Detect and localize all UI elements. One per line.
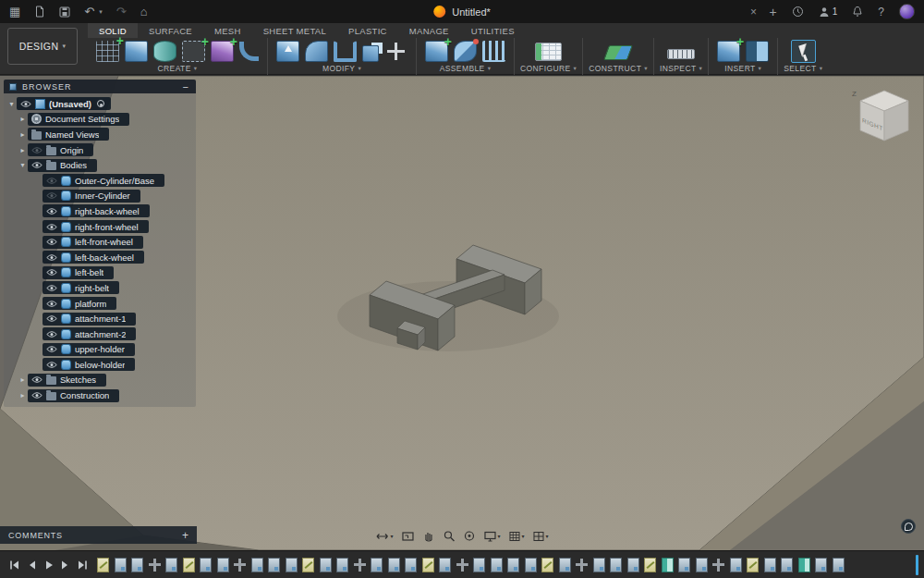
group-construct-label[interactable]: CONSTRUCT▾: [589, 64, 648, 73]
undo-icon[interactable]: ↶: [84, 6, 94, 18]
assistant-bubble-icon[interactable]: [901, 519, 916, 534]
browser-node[interactable]: below-holder: [43, 358, 135, 371]
user-avatar[interactable]: [899, 4, 915, 19]
browser-node[interactable]: Sketches: [28, 374, 106, 387]
timeline-feature-icon[interactable]: [422, 558, 434, 572]
timeline-feature-icon[interactable]: [456, 558, 468, 572]
timeline-step-back-button[interactable]: [27, 560, 37, 571]
browser-row[interactable]: left-front-wheel: [4, 234, 196, 250]
browser-node[interactable]: platform: [43, 297, 116, 310]
toolbar-icon[interactable]: [384, 41, 407, 62]
toolbar-icon[interactable]: [362, 45, 379, 62]
timeline-feature-icon[interactable]: [320, 558, 332, 572]
redo-icon[interactable]: ↷: [116, 6, 127, 18]
display-settings-icon[interactable]: ▾: [483, 531, 500, 542]
data-panel-grid-icon[interactable]: ▦: [9, 6, 20, 18]
timeline-feature-icon[interactable]: [525, 558, 537, 572]
save-icon[interactable]: [59, 6, 70, 18]
visibility-eye-icon[interactable]: [20, 100, 31, 108]
expand-arrow-icon[interactable]: [18, 161, 28, 169]
browser-row[interactable]: upper-holder: [4, 342, 196, 358]
toolbar-icon[interactable]: [746, 41, 769, 62]
timeline-feature-icon[interactable]: [576, 558, 588, 572]
zoom-window-icon[interactable]: [401, 531, 414, 542]
toolbar-icon[interactable]: [305, 41, 328, 62]
browser-row[interactable]: (Unsaved): [4, 96, 196, 112]
visibility-eye-icon[interactable]: [46, 345, 57, 353]
timeline-feature-icon[interactable]: [354, 558, 366, 572]
group-select-label[interactable]: SELECT▾: [784, 64, 822, 73]
browser-node[interactable]: Inner-Cylinder: [43, 190, 140, 203]
toolbar-icon[interactable]: [276, 41, 299, 62]
timeline-feature-icon[interactable]: [234, 558, 246, 572]
toolbar-icon[interactable]: [334, 41, 357, 62]
timeline-go-to-end-button[interactable]: [77, 560, 89, 571]
timeline-feature-icon[interactable]: [491, 558, 503, 572]
browser-minimize-icon[interactable]: −: [181, 81, 190, 92]
timeline-feature-icon[interactable]: [286, 558, 298, 572]
timeline-feature-icon[interactable]: [798, 558, 810, 572]
toolbar-icon[interactable]: [535, 43, 562, 61]
browser-row[interactable]: attachment-1: [4, 311, 196, 326]
toolbar-icon[interactable]: [791, 40, 816, 63]
timeline-feature-icon[interactable]: [131, 558, 143, 572]
expand-arrow-icon[interactable]: [18, 115, 28, 123]
visibility-eye-icon[interactable]: [46, 268, 57, 277]
browser-row[interactable]: Outer-Cylinder/Base: [4, 173, 196, 189]
browser-node[interactable]: Document Settings: [28, 113, 129, 126]
timeline-feature-icon[interactable]: [302, 558, 314, 572]
add-tab-icon[interactable]: +: [770, 5, 777, 19]
visibility-eye-icon[interactable]: [46, 314, 57, 323]
fit-arrows-icon[interactable]: ▾: [375, 531, 393, 542]
browser-row[interactable]: left-back-wheel: [4, 250, 196, 265]
browser-node[interactable]: right-front-wheel: [43, 220, 149, 233]
toolbar-icon[interactable]: [603, 45, 633, 60]
timeline-feature-icon[interactable]: [336, 558, 348, 572]
ribbon-tab[interactable]: SHEET METAL: [252, 23, 337, 38]
timeline-playhead[interactable]: [916, 555, 918, 575]
browser-row[interactable]: Origin: [4, 142, 196, 158]
browser-node[interactable]: attachment-2: [43, 327, 136, 340]
timeline-feature-icon[interactable]: [696, 558, 708, 572]
visibility-eye-icon[interactable]: [31, 146, 43, 154]
visibility-eye-icon[interactable]: [46, 361, 57, 369]
browser-row[interactable]: Bodies: [4, 157, 196, 173]
browser-node[interactable]: left-belt: [43, 266, 114, 279]
browser-row[interactable]: right-belt: [4, 280, 196, 296]
help-icon[interactable]: ?: [878, 6, 884, 18]
browser-row[interactable]: left-belt: [4, 265, 196, 281]
browser-row[interactable]: attachment-2: [4, 326, 196, 342]
expand-arrow-icon[interactable]: [18, 391, 28, 400]
timeline-feature-icon[interactable]: [593, 558, 605, 572]
timeline-feature-icon[interactable]: [610, 558, 622, 572]
browser-node[interactable]: (Unsaved): [17, 97, 111, 110]
expand-arrow-icon[interactable]: [18, 146, 28, 154]
browser-row[interactable]: Named Views: [4, 127, 196, 142]
browser-row[interactable]: Sketches: [4, 373, 196, 388]
timeline-feature-icon[interactable]: [781, 558, 793, 572]
timeline-feature-icon[interactable]: [627, 558, 639, 572]
toolbar-icon[interactable]: [125, 41, 148, 62]
browser-node[interactable]: right-belt: [43, 281, 119, 294]
browser-node[interactable]: Origin: [28, 143, 93, 156]
timeline-feature-icon[interactable]: [678, 558, 690, 572]
browser-row[interactable]: Construction: [4, 387, 196, 403]
timeline-feature-icon[interactable]: [541, 558, 553, 572]
visibility-eye-icon[interactable]: [46, 253, 57, 262]
toolbar-icon[interactable]: [667, 49, 695, 59]
undo-caret-icon[interactable]: ▾: [99, 8, 103, 16]
expand-arrow-icon[interactable]: [6, 100, 17, 108]
visibility-eye-icon[interactable]: [46, 191, 57, 200]
timeline-play-button[interactable]: [43, 560, 54, 571]
visibility-eye-icon[interactable]: [46, 284, 57, 292]
ribbon-tab[interactable]: MESH: [203, 23, 252, 38]
timeline-feature-icon[interactable]: [815, 558, 827, 572]
browser-row[interactable]: platform: [4, 296, 196, 312]
zoom-icon[interactable]: [443, 530, 455, 542]
timeline-step-forward-button[interactable]: [60, 560, 70, 571]
pan-hand-icon[interactable]: [422, 530, 434, 542]
expand-arrow-icon[interactable]: [18, 130, 28, 139]
visibility-eye-icon[interactable]: [46, 177, 57, 185]
comments-bar[interactable]: COMMENTS +: [0, 526, 197, 544]
timeline-feature-icon[interactable]: [662, 558, 674, 572]
